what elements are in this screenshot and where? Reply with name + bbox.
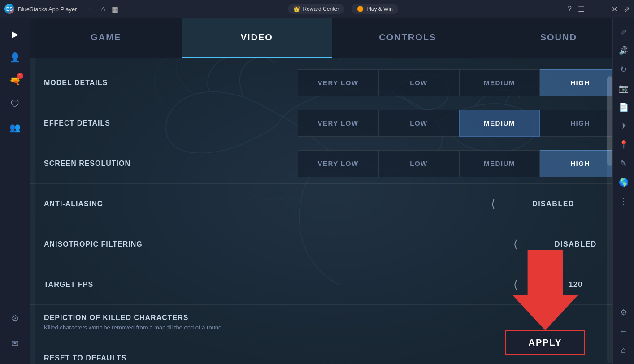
red-arrow-icon [505, 250, 586, 330]
target-fps-label: TARGET FPS [44, 281, 201, 289]
gun-badge: 1 [17, 73, 23, 79]
home-icon[interactable]: ⌂ [101, 5, 106, 13]
title-bar-center: 👑 Reward Center 🟠 Play & Win [288, 4, 398, 14]
duplicate-icon[interactable]: ▦ [112, 5, 118, 13]
sidebar-item-play[interactable]: ▶ [5, 24, 25, 44]
screen-resolution-options: VERY LOW LOW MEDIUM HIGH [201, 150, 621, 177]
right-location-icon[interactable]: ✈ [616, 118, 632, 134]
right-sidebar: ⇗ 🔊 ↻ 📷 📄 ✈ 📍 ✎ 🌎 ⋮ ⚙ ← ⌂ [612, 18, 634, 364]
user-icon: 👤 [9, 52, 21, 63]
play-icon: ▶ [12, 29, 18, 39]
effect-details-very-low[interactable]: VERY LOW [298, 110, 378, 137]
shield-icon: 🛡 [11, 99, 20, 109]
bluestacks-logo: BS [4, 4, 14, 14]
effect-details-medium[interactable]: MEDIUM [459, 110, 540, 137]
right-expand-icon[interactable]: ⇗ [616, 24, 632, 40]
effect-details-row: EFFECT DETAILS VERY LOW LOW MEDIUM HIGH [30, 103, 634, 143]
right-back-icon[interactable]: ← [616, 323, 632, 339]
anti-aliasing-value: DISABLED [508, 200, 598, 208]
right-volume-icon[interactable]: 🔊 [616, 43, 632, 59]
anisotropic-label: ANISOTROPIC FILTERING [44, 240, 201, 248]
orange-dot-icon: 🟠 [357, 6, 364, 12]
reset-label: RESET TO DEFAULTS [44, 354, 126, 362]
screen-resolution-label: SCREEN RESOLUTION [44, 160, 201, 168]
group-icon: 👥 [9, 122, 21, 133]
minimize-icon[interactable]: − [591, 5, 595, 13]
right-screenshot-icon[interactable]: 📷 [616, 80, 632, 96]
maximize-icon[interactable]: □ [601, 5, 605, 13]
right-refresh-icon[interactable]: ↻ [616, 61, 632, 78]
title-bar: BS BlueStacks App Player ← ⌂ ▦ 👑 Reward … [0, 0, 634, 18]
left-sidebar: ▶ 👤 🔫 1 🛡 👥 ⚙ ✉ [0, 18, 30, 364]
right-map-icon[interactable]: 📍 [616, 137, 632, 153]
effect-details-low[interactable]: LOW [378, 110, 459, 137]
anti-aliasing-row: ANTI-ALIASING ⟨ DISABLED ⟩ [30, 184, 634, 224]
settings-icon: ⚙ [11, 313, 19, 324]
crown-icon: 👑 [293, 6, 300, 12]
reward-center-button[interactable]: 👑 Reward Center [288, 4, 344, 14]
hamburger-icon[interactable]: ☰ [578, 5, 584, 13]
expand-icon[interactable]: ⇗ [624, 5, 630, 13]
sidebar-item-shield[interactable]: 🛡 [5, 94, 25, 114]
right-settings-icon[interactable]: ⚙ [616, 304, 632, 321]
play-win-button[interactable]: 🟠 Play & Win [352, 4, 398, 14]
apply-button[interactable]: APPLY [505, 330, 586, 355]
screen-res-medium[interactable]: MEDIUM [459, 150, 540, 177]
help-icon[interactable]: ? [568, 5, 572, 13]
model-details-low[interactable]: LOW [378, 69, 459, 96]
screen-res-low[interactable]: LOW [378, 150, 459, 177]
title-bar-nav: ← ⌂ ▦ [88, 5, 119, 13]
model-details-medium[interactable]: MEDIUM [459, 69, 540, 96]
main-content: GAME VIDEO CONTROLS SOUND MODEL DETAILS … [30, 18, 634, 364]
tab-controls[interactable]: CONTROLS [332, 18, 483, 58]
play-win-label: Play & Win [366, 6, 393, 12]
reward-center-label: Reward Center [303, 6, 339, 12]
mail-icon: ✉ [11, 338, 19, 349]
screen-res-very-low[interactable]: VERY LOW [298, 150, 378, 177]
apply-section: APPLY [478, 247, 612, 364]
back-icon[interactable]: ← [88, 5, 95, 13]
scrollbar-thumb [607, 76, 612, 166]
title-bar-right: ? ☰ − □ ✕ ⇗ [568, 5, 630, 13]
sidebar-item-gun[interactable]: 🔫 1 [5, 71, 25, 91]
tab-sound[interactable]: SOUND [483, 18, 634, 58]
anti-aliasing-label: ANTI-ALIASING [44, 200, 201, 208]
tab-game[interactable]: GAME [30, 18, 182, 58]
sidebar-item-user[interactable]: 👤 [5, 48, 25, 67]
tab-video[interactable]: VIDEO [182, 18, 333, 58]
right-apk-icon[interactable]: 📄 [616, 99, 632, 115]
title-bar-left: BS BlueStacks App Player ← ⌂ ▦ [4, 4, 118, 14]
right-earth-icon[interactable]: 🌎 [616, 174, 632, 191]
model-details-very-low[interactable]: VERY LOW [298, 69, 378, 96]
right-more-icon[interactable]: ⋮ [616, 193, 632, 209]
close-icon[interactable]: ✕ [612, 5, 617, 13]
screen-resolution-row: SCREEN RESOLUTION VERY LOW LOW MEDIUM HI… [30, 143, 634, 184]
model-details-row: MODEL DETAILS VERY LOW LOW MEDIUM HIGH [30, 63, 634, 103]
anti-aliasing-control: ⟨ DISABLED ⟩ [201, 198, 621, 210]
effect-details-label: EFFECT DETAILS [44, 119, 201, 127]
sidebar-item-mail[interactable]: ✉ [5, 334, 25, 353]
app-title: BlueStacks App Player [18, 6, 77, 13]
model-details-options: VERY LOW LOW MEDIUM HIGH [201, 69, 621, 96]
sidebar-item-group[interactable]: 👥 [5, 117, 25, 137]
anti-aliasing-prev[interactable]: ⟨ [486, 198, 499, 210]
model-details-label: MODEL DETAILS [44, 79, 201, 87]
sidebar-item-settings[interactable]: ⚙ [5, 308, 25, 328]
tabs-container: GAME VIDEO CONTROLS SOUND [30, 18, 634, 58]
svg-marker-1 [512, 250, 578, 330]
effect-details-options: VERY LOW LOW MEDIUM HIGH [201, 110, 621, 137]
right-home-icon[interactable]: ⌂ [616, 342, 632, 358]
right-brush-icon[interactable]: ✎ [616, 156, 632, 172]
